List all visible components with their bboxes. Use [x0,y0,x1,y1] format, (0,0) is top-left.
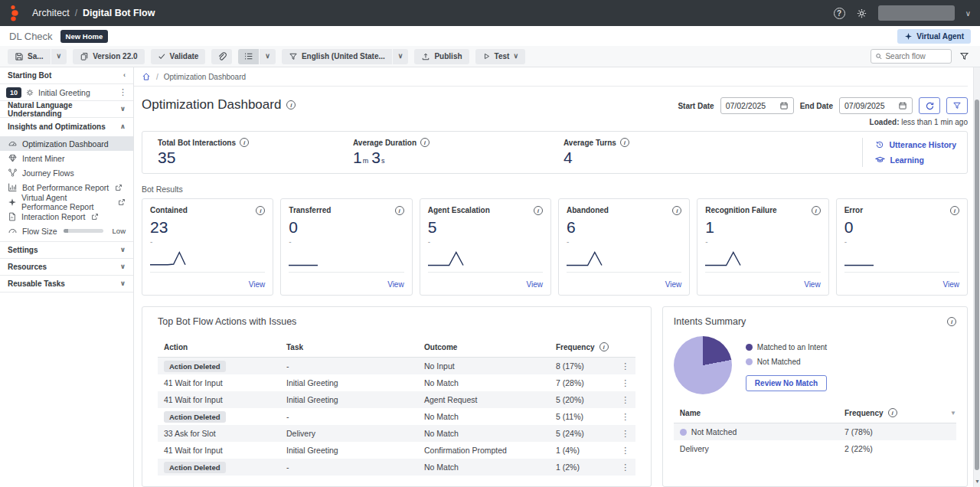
view-link[interactable]: View [804,280,821,289]
legend-matched: Matched to an Intent [746,343,827,351]
sidebar-item-optimization-dashboard[interactable]: Optimization Dashboard [0,136,133,151]
view-link[interactable]: View [665,280,682,289]
save-icon [15,52,24,61]
settings-gear-icon[interactable] [856,8,867,19]
toolbox-menu-button[interactable]: ∨ [260,49,276,64]
sidebar-item-interaction-report[interactable]: Interaction Report [0,209,133,224]
view-link[interactable]: View [526,280,543,289]
info-icon[interactable]: i [947,317,956,326]
learning-link[interactable]: Learning [875,155,956,165]
legend-dot-not-matched [746,358,753,365]
sidebar-section-reusable-tasks[interactable]: Reusable Tasks ∨ [0,276,133,293]
info-icon[interactable]: i [286,100,296,109]
publish-button[interactable]: Publish [414,49,469,64]
breadcrumb-app[interactable]: Architect [32,8,70,18]
stat-average-turns: Average Turns i 4 [548,138,862,167]
sidebar-item-flow-size[interactable]: Flow Size Low [0,224,133,238]
search-icon [875,52,882,60]
sidebar-item-intent-miner[interactable]: Intent Miner [0,151,133,165]
sidebar-section-starting-bot[interactable]: Starting Bot ‹ [0,67,133,84]
action-deleted-badge: Action Deleted [164,462,226,473]
intents-pie-chart [674,336,732,394]
sidebar-item-journey-flows[interactable]: Journey Flows [0,165,133,180]
save-menu-button[interactable]: ∨ [51,49,67,64]
language-menu-button[interactable]: ∨ [393,49,409,64]
virtual-agent-button[interactable]: Virtual Agent [897,29,971,44]
chevron-down-icon[interactable]: ∨ [965,9,971,18]
sparkline-chart [705,248,751,268]
sidebar-section-settings[interactable]: Settings ∨ [0,242,133,259]
table-row[interactable]: 41 Wait for Input Initial Greeting No Ma… [158,374,635,391]
home-icon[interactable] [142,72,151,81]
info-icon[interactable]: i [888,408,897,417]
kebab-menu-icon[interactable]: ⋮ [616,395,635,405]
sidebar-section-nlu[interactable]: Natural Language Understanding ∨ [0,101,133,118]
start-date-field[interactable]: 07/02/2025 [720,97,794,114]
refresh-button[interactable] [919,97,940,114]
vertical-scrollbar[interactable]: ▼ [973,67,980,487]
kebab-menu-icon[interactable]: ⋮ [119,87,127,97]
user-menu[interactable] [878,5,955,21]
info-icon[interactable]: i [812,206,821,215]
info-icon[interactable]: i [240,138,249,147]
attachments-button[interactable] [211,49,232,64]
calendar-icon[interactable] [898,101,907,110]
table-row[interactable]: Action Deleted - No Match 1 (2%) ⋮ [158,459,635,476]
info-icon[interactable]: i [395,206,404,215]
scrollbar-down-arrow[interactable]: ▼ [974,479,980,484]
flow-size-level: Low [113,227,126,235]
scrollbar-thumb[interactable] [975,100,979,470]
validate-button[interactable]: Validate [151,49,206,64]
refresh-icon [925,101,935,111]
save-button[interactable]: Sa... [8,49,51,64]
review-no-match-button[interactable]: Review No Match [746,375,827,391]
info-icon[interactable]: i [950,206,959,215]
info-icon[interactable]: i [534,206,543,215]
collapse-left-icon[interactable]: ‹ [123,72,126,79]
info-icon[interactable]: i [599,342,609,351]
version-button[interactable]: Version 22.0 [73,49,144,64]
architect-app: Architect / Digital Bot Flow ? ∨ DL Chec… [0,0,980,487]
kebab-menu-icon[interactable]: ⋮ [616,429,635,439]
table-row[interactable]: Not Matched 7 (78%) [674,423,956,440]
test-button[interactable]: Test ∨ [475,49,525,64]
sidebar-item-virtual-agent-performance-report[interactable]: Virtual Agent Performance Report [0,194,133,209]
new-home-badge: New Home [60,30,109,43]
flow-filter-button[interactable] [958,50,971,63]
end-date-field[interactable]: 07/09/2025 [839,97,913,114]
view-link[interactable]: View [387,280,404,289]
table-row[interactable]: 33 Ask for Slot Delivery No Match 5 (24%… [158,425,635,442]
calendar-icon[interactable] [779,101,789,110]
dashboard-filter-button[interactable] [946,97,968,114]
bot-gear-icon [25,88,34,97]
table-row[interactable]: Action Deleted - No Match 5 (11%) ⋮ [158,408,635,425]
breadcrumb-separator: / [156,73,158,81]
info-icon[interactable]: i [256,206,265,215]
help-icon[interactable]: ? [834,8,845,19]
top-actions-panel: Top Bot Flow Actions with Issues Action … [142,306,652,487]
table-row[interactable]: 41 Wait for Input Initial Greeting Confi… [158,442,635,459]
table-row[interactable]: Delivery 2 (22%) [674,440,956,457]
view-link[interactable]: View [249,280,266,289]
toolbox-list-button[interactable] [238,49,259,64]
table-row[interactable]: 41 Wait for Input Initial Greeting Agent… [158,391,635,408]
kebab-menu-icon[interactable]: ⋮ [616,446,635,456]
kebab-menu-icon[interactable]: ⋮ [616,361,635,371]
kebab-menu-icon[interactable]: ⋮ [616,462,635,472]
language-button[interactable]: English (United State... [282,49,392,64]
view-link[interactable]: View [942,280,959,289]
info-icon[interactable]: i [420,138,430,147]
info-icon[interactable]: i [672,206,681,215]
info-icon[interactable]: i [620,138,629,147]
card-recognition-failure: Recognition Failure i 1 - View [697,198,828,296]
sidebar-item-initial-greeting[interactable]: 10 Initial Greeting ⋮ [0,84,133,101]
sidebar-section-insights[interactable]: Insights and Optimizations ∧ [0,118,133,135]
utterance-history-link[interactable]: Utterance History [875,140,956,149]
kebab-menu-icon[interactable]: ⋮ [616,412,635,422]
sidebar-section-resources[interactable]: Resources ∨ [0,259,133,276]
kebab-menu-icon[interactable]: ⋮ [616,378,635,388]
sort-desc-icon[interactable]: ▼ [942,410,956,417]
search-flow-input[interactable] [885,52,947,60]
chevron-down-icon: ∨ [120,263,126,270]
table-row[interactable]: Action Deleted - No Input 8 (17%) ⋮ [158,358,635,374]
